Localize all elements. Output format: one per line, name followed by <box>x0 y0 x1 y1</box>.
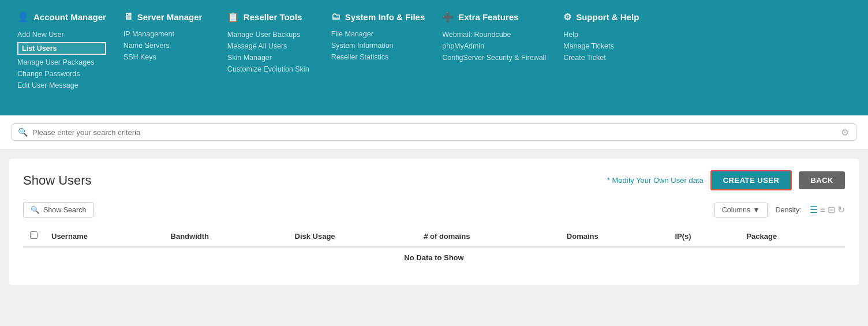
col-header-username: Username <box>44 226 164 247</box>
col-header-ips: IP(s) <box>668 226 739 247</box>
nav-section-title-support-help: ⚙Support & Help <box>563 12 650 23</box>
account-manager-icon: 👤 <box>17 12 29 23</box>
nav-link-manage-tickets[interactable]: Manage Tickets <box>563 42 650 50</box>
nav-section-server-manager: 🖥Server ManagerIP ManagementName Servers… <box>124 0 227 73</box>
page-header: Show Users * Modify Your Own User data C… <box>23 170 845 190</box>
nav-link-webmail-roundcube[interactable]: Webmail: Roundcube <box>442 31 546 39</box>
columns-button[interactable]: Columns ▼ <box>714 203 768 218</box>
nav-section-title-extra-features: ➕Extra Features <box>442 12 546 23</box>
density-label: Density: <box>776 206 802 214</box>
col-header-bandwidth: Bandwidth <box>164 226 288 247</box>
nav-section-title-system-info-files: 🗂System Info & Files <box>331 12 425 22</box>
nav-section-support-help: ⚙Support & HelpHelpManage TicketsCreate … <box>563 0 667 73</box>
system-info-files-icon: 🗂 <box>331 12 341 22</box>
table-header-row: Username Bandwidth Disk Usage # of domai… <box>23 226 845 247</box>
search-input[interactable] <box>32 128 850 137</box>
search-icon-small: 🔍 <box>31 205 40 214</box>
select-all-checkbox[interactable] <box>30 231 38 239</box>
create-user-button[interactable]: CREATE USER <box>710 170 792 190</box>
back-button[interactable]: BACK <box>799 171 845 189</box>
no-data-row: No Data to Show <box>23 247 845 268</box>
modify-own-user-link[interactable]: * Modify Your Own User data <box>607 176 704 185</box>
header-right: * Modify Your Own User data CREATE USER … <box>607 170 845 190</box>
density-refresh-icon[interactable]: ↻ <box>837 204 845 215</box>
col-header-domains: Domains <box>560 226 668 247</box>
search-bar: 🔍 ⚙ <box>12 123 856 141</box>
nav-link-customize-evolution-skin[interactable]: Customize Evolution Skin <box>227 65 314 73</box>
nav-link-manage-user-backups[interactable]: Manage User Backups <box>227 31 314 39</box>
col-header-disk-usage: Disk Usage <box>288 226 417 247</box>
nav-link-manage-user-packages[interactable]: Manage User Packages <box>17 58 106 66</box>
nav-section-extra-features: ➕Extra FeaturesWebmail: RoundcubephpMyAd… <box>442 0 563 73</box>
nav-section-title-reseller-tools: 📋Reseller Tools <box>227 12 314 23</box>
nav-link-add-new-user[interactable]: Add New User <box>17 31 106 39</box>
nav-link-change-passwords[interactable]: Change Passwords <box>17 70 106 78</box>
reseller-tools-icon: 📋 <box>227 12 239 23</box>
chevron-down-icon: ▼ <box>753 206 760 214</box>
top-navigation: 👤Account ManagerAdd New UserList UsersMa… <box>0 0 868 115</box>
server-manager-icon: 🖥 <box>124 12 133 22</box>
extra-features-icon: ➕ <box>442 12 454 23</box>
nav-section-title-account-manager: 👤Account Manager <box>17 12 106 23</box>
col-header-num-domains: # of domains <box>417 226 560 247</box>
nav-section-system-info-files: 🗂System Info & FilesFile ManagerSystem I… <box>331 0 442 73</box>
search-icon: 🔍 <box>18 128 28 137</box>
nav-link-reseller-statistics[interactable]: Reseller Statistics <box>331 53 425 61</box>
density-comfortable-icon[interactable]: ⊟ <box>828 204 835 215</box>
nav-link-configserver-security[interactable]: ConfigServer Security & Firewall <box>442 54 546 62</box>
nav-section-account-manager: 👤Account ManagerAdd New UserList UsersMa… <box>17 0 124 101</box>
checkbox-header <box>23 226 44 247</box>
gear-icon[interactable]: ⚙ <box>841 127 849 138</box>
nav-link-ssh-keys[interactable]: SSH Keys <box>124 53 210 61</box>
nav-link-message-all-users[interactable]: Message All Users <box>227 42 314 50</box>
show-search-button[interactable]: 🔍 Show Search <box>23 202 93 218</box>
toolbar-right: Columns ▼ Density: ☰ ≡ ⊟ ↻ <box>714 203 845 218</box>
nav-link-phpmyadmin[interactable]: phpMyAdmin <box>442 42 546 50</box>
density-compact-icon[interactable]: ☰ <box>810 204 818 215</box>
search-bar-container: 🔍 ⚙ <box>0 115 868 149</box>
nav-link-file-manager[interactable]: File Manager <box>331 30 425 38</box>
nav-link-ip-management[interactable]: IP Management <box>124 30 210 38</box>
support-help-icon: ⚙ <box>563 12 571 23</box>
page-area: Show Users * Modify Your Own User data C… <box>9 159 859 285</box>
users-table: Username Bandwidth Disk Usage # of domai… <box>23 226 845 268</box>
nav-link-help[interactable]: Help <box>563 31 650 39</box>
toolbar: 🔍 Show Search Columns ▼ Density: ☰ ≡ ⊟ ↻ <box>23 202 845 218</box>
nav-link-name-servers[interactable]: Name Servers <box>124 42 210 50</box>
nav-link-skin-manager[interactable]: Skin Manager <box>227 54 314 62</box>
col-header-package: Package <box>739 226 845 247</box>
nav-link-list-users[interactable]: List Users <box>17 42 106 55</box>
density-icons: ☰ ≡ ⊟ ↻ <box>810 204 845 215</box>
page-title: Show Users <box>23 173 92 188</box>
nav-link-system-information[interactable]: System Information <box>331 42 425 50</box>
nav-link-edit-user-message[interactable]: Edit User Message <box>17 81 106 89</box>
no-data-label: No Data to Show <box>23 247 845 268</box>
density-medium-icon[interactable]: ≡ <box>820 205 825 215</box>
nav-section-title-server-manager: 🖥Server Manager <box>124 12 210 22</box>
nav-section-reseller-tools: 📋Reseller ToolsManage User BackupsMessag… <box>227 0 331 85</box>
nav-link-create-ticket[interactable]: Create Ticket <box>563 54 650 62</box>
